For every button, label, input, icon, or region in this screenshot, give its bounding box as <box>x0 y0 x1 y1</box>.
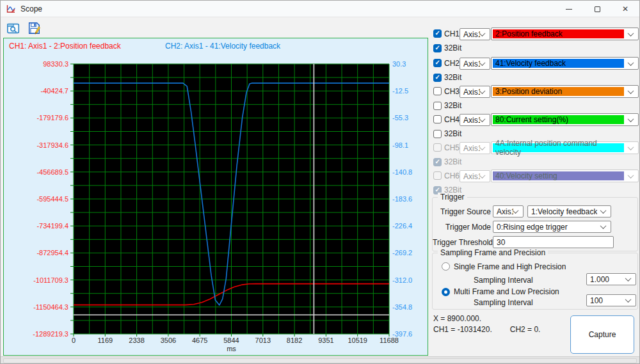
sampling-group-title: Sampling Frame and Precision <box>438 248 548 257</box>
chevron-down-icon <box>479 88 486 94</box>
chevron-down-icon <box>513 207 519 214</box>
chevron-down-icon <box>479 30 486 36</box>
ch1-32bit-label: 32Bit <box>444 44 461 52</box>
readout-ch2: CH2 = 0. <box>510 325 541 334</box>
single-interval-select[interactable]: 1.000 <box>586 273 636 285</box>
status-bar-grip <box>3 358 637 363</box>
chevron-down-icon <box>628 88 634 94</box>
trigger-group-title: Trigger <box>438 193 467 202</box>
chevron-down-icon <box>625 275 632 281</box>
trigger-mode-label: Trigger Mode <box>439 223 491 232</box>
ch1-32bit-checkbox[interactable] <box>433 44 442 52</box>
chart-header-ch1: CH1: Axis1 - 2:Position feedback <box>9 42 121 51</box>
chevron-down-icon <box>628 144 634 150</box>
ch5-32bit-label: 32Bit <box>444 157 461 166</box>
chart-header-ch2: CH2: Axis1 - 41:Velocity feedback <box>165 42 280 51</box>
ch3-32bit-checkbox[interactable] <box>433 102 442 110</box>
ch2-checkbox[interactable] <box>433 59 442 67</box>
ch2-axis-select[interactable]: Axis1 <box>460 58 490 70</box>
ch4-checkbox[interactable] <box>433 115 442 123</box>
chevron-down-icon <box>600 207 607 214</box>
ch4-label: CH4 <box>444 115 460 124</box>
ch5-signal-select[interactable]: 4A:Internal position command velocity <box>491 141 639 154</box>
ch5-label: CH5 <box>444 143 460 152</box>
cursor-readout: X = 8900.000. CH1 = -1031420.CH2 = 0. <box>433 314 540 336</box>
chevron-down-icon <box>600 223 607 229</box>
chart-panel: CH1: Axis1 - 2:Position feedback CH2: Ax… <box>3 38 428 356</box>
ch2-32bit-checkbox[interactable] <box>433 74 442 82</box>
ch3-signal-select[interactable]: 3:Position deviation <box>491 85 639 98</box>
sampling-group: Sampling Frame and Precision Single Fram… <box>432 253 638 310</box>
x-axis-unit: ms <box>74 345 389 352</box>
trigger-source-signal-select[interactable]: 1:Velocity feedback <box>527 205 611 218</box>
plot-area[interactable] <box>74 64 389 334</box>
readout-x: X = 8900.000. <box>433 314 540 323</box>
single-frame-radio[interactable] <box>442 262 450 271</box>
chevron-down-icon <box>628 116 634 122</box>
plot-background <box>74 64 389 334</box>
ch2-32bit-label: 32Bit <box>444 73 461 82</box>
chevron-down-icon <box>628 30 634 36</box>
right-axis-labels: 30.3-12.5-55.3-98.1-140.8-183.6-226.4-26… <box>392 64 428 334</box>
save-button[interactable] <box>26 20 42 36</box>
window-title: Scope <box>20 4 42 13</box>
chevron-down-icon <box>628 59 634 66</box>
ch2-label: CH2 <box>444 59 460 68</box>
chevron-down-icon <box>625 296 632 303</box>
trigger-threshold-input[interactable] <box>493 236 614 248</box>
chevron-down-icon <box>479 172 486 178</box>
x-axis-labels: 0116923383506467558447013818293511051911… <box>74 336 389 345</box>
ch3-axis-select[interactable]: Axis1 <box>460 86 490 98</box>
chevron-down-icon <box>479 116 486 122</box>
ch6-signal-select[interactable]: 40:Velocity setting <box>491 170 639 182</box>
capture-button[interactable]: Capture <box>570 315 634 354</box>
ch5-checkbox[interactable] <box>433 143 442 152</box>
trigger-threshold-label: Trigger Threshold <box>433 238 491 247</box>
ch1-signal-select[interactable]: 2:Position feedback <box>491 28 639 40</box>
ch2-signal-select[interactable]: 41:Velocity feedback <box>491 57 639 70</box>
ch6-axis-select[interactable]: Axis1 <box>460 170 490 182</box>
trigger-mode-select[interactable]: 0:Rising edge trigger <box>493 221 611 233</box>
single-frame-label: Single Frame and High Precision <box>454 262 566 271</box>
chevron-down-icon <box>479 59 486 66</box>
single-interval-label: Sampling Interval <box>474 276 533 285</box>
ch4-signal-select[interactable]: 80:Current setting(%) <box>491 113 639 126</box>
preview-zoom-button[interactable] <box>5 20 22 36</box>
ch3-checkbox[interactable] <box>433 87 442 95</box>
multi-frame-label: Multi Frame and Low Precision <box>454 287 559 296</box>
ch1-checkbox[interactable] <box>433 29 442 38</box>
chevron-down-icon <box>479 144 486 150</box>
multi-frame-radio[interactable] <box>442 288 450 296</box>
ch5-32bit-checkbox[interactable] <box>433 158 442 166</box>
left-axis-labels: 98330.3-40424.7-179179.6-317934.6-456689… <box>4 64 68 334</box>
readout-ch1: CH1 = -1031420. <box>433 325 492 334</box>
trigger-source-axis-select[interactable]: Axis1 <box>493 205 524 218</box>
ch4-axis-select[interactable]: Axis1 <box>460 114 490 126</box>
ch4-32bit-checkbox[interactable] <box>433 130 442 138</box>
ch3-label: CH3 <box>444 87 460 96</box>
multi-interval-label: Sampling Interval <box>474 298 533 307</box>
ch6-checkbox[interactable] <box>433 171 442 180</box>
app-scope-icon <box>6 4 16 14</box>
ch6-label: CH6 <box>444 171 460 180</box>
multi-interval-select[interactable]: 100 <box>586 294 636 306</box>
ch1-axis-select[interactable]: Axis1 <box>460 28 490 40</box>
ch4-32bit-label: 32Bit <box>444 129 461 138</box>
preview-zoom-icon <box>6 21 20 35</box>
status-bar <box>1 356 639 364</box>
chevron-down-icon <box>628 172 634 178</box>
control-panel: CH1 Axis1 2:Position feedback 32Bit CH2 … <box>431 1 640 356</box>
scope-window: Scope ✕ <box>0 0 640 364</box>
ch3-32bit-label: 32Bit <box>444 101 461 110</box>
save-icon <box>27 21 41 35</box>
trigger-source-label: Trigger Source <box>439 207 491 216</box>
ch5-axis-select[interactable]: Axis1 <box>460 142 490 154</box>
ch1-label: CH1 <box>444 29 460 38</box>
trigger-group: Trigger Trigger Source Axis1 1:Velocity … <box>432 197 638 251</box>
